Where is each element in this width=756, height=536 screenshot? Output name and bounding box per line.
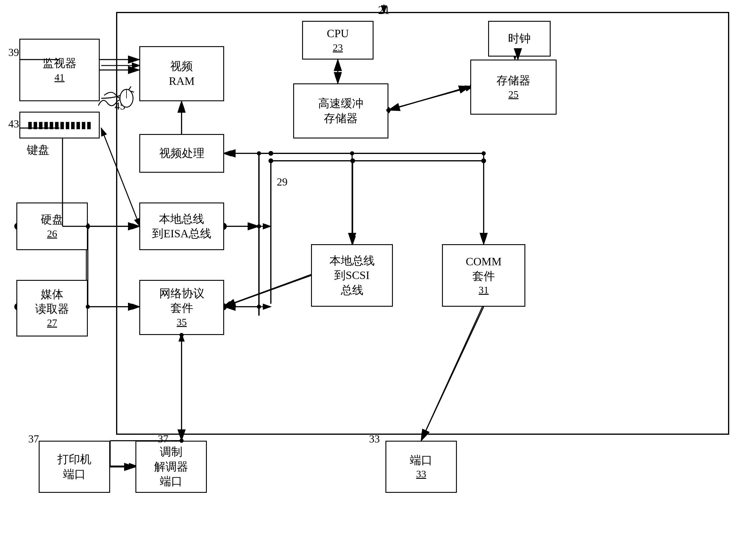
svg-point-73 xyxy=(179,333,184,337)
svg-line-70 xyxy=(224,276,311,307)
svg-point-68 xyxy=(386,108,391,112)
svg-line-71 xyxy=(421,307,484,441)
svg-point-77 xyxy=(179,439,184,443)
svg-line-67 xyxy=(389,86,470,110)
main-connections xyxy=(0,0,756,536)
svg-point-50 xyxy=(86,305,90,309)
diagram: 21 xyxy=(0,0,756,536)
